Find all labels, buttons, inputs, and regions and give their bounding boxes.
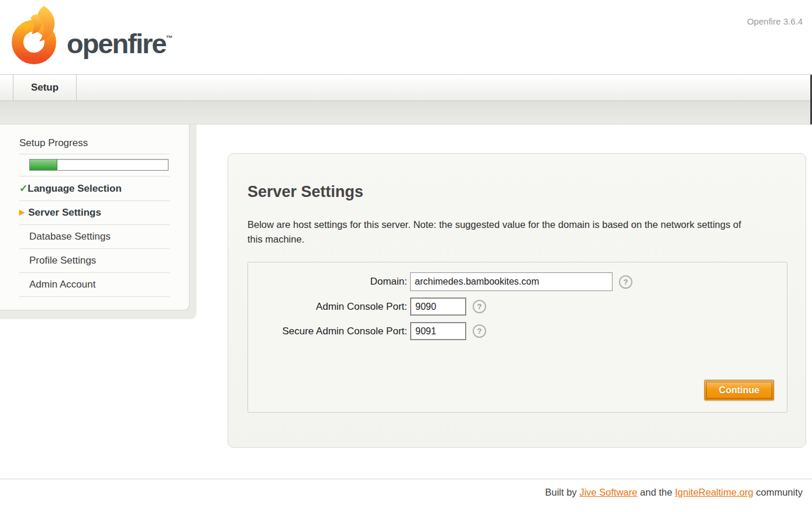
step-label: Server Settings (28, 207, 101, 218)
form-row-domain: Domain: ? (248, 272, 787, 291)
secure-port-input[interactable] (410, 322, 466, 340)
trademark-symbol: ™ (166, 34, 173, 42)
step-label: Admin Account (29, 279, 95, 290)
secure-port-label: Secure Admin Console Port: (248, 326, 407, 337)
step-label: Language Selection (27, 183, 122, 194)
form-row-secure-port: Secure Admin Console Port: ? (248, 322, 787, 340)
form-row-admin-port: Admin Console Port: ? (248, 297, 787, 316)
main-panel: Server Settings Below are host settings … (228, 153, 806, 448)
step-label: Profile Settings (29, 255, 96, 266)
progress-row (19, 154, 170, 177)
sidebar-title: Setup Progress (19, 137, 170, 154)
openfire-logo: openfire™ (11, 5, 173, 65)
tab-setup[interactable]: Setup (13, 75, 77, 101)
setup-steps-list: ✓Language Selection ▶Server Settings Dat… (19, 177, 170, 297)
version-label: Openfire 3.6.4 (747, 16, 803, 26)
admin-port-input[interactable] (410, 297, 466, 316)
checkmark-icon: ✓ (19, 183, 27, 194)
jive-software-link[interactable]: Jive Software (579, 487, 637, 497)
step-label: Database Settings (29, 231, 111, 242)
content-area: Setup Progress ✓Language Selection ▶Serv… (0, 124, 812, 512)
help-icon[interactable]: ? (473, 324, 486, 338)
footer-text-suffix: community (756, 487, 803, 497)
header: openfire™ Openfire 3.6.4 (0, 0, 812, 74)
progress-fill (30, 160, 57, 170)
setup-progress-sidebar: Setup Progress ✓Language Selection ▶Serv… (0, 124, 190, 310)
footer-text-prefix: Built by (545, 487, 577, 497)
sidebar-item-server-settings: ▶Server Settings (19, 201, 170, 225)
current-step-arrow-icon: ▶ (19, 208, 25, 216)
sidebar-item-profile-settings: Profile Settings (19, 249, 170, 273)
subnav-band (0, 101, 812, 124)
sidebar-item-admin-account: Admin Account (19, 273, 170, 297)
sidebar-item-database-settings: Database Settings (19, 225, 170, 249)
help-icon[interactable]: ? (473, 300, 486, 313)
tab-bar: Setup (0, 74, 812, 101)
flame-icon (11, 5, 60, 65)
footer-text-middle: and the (640, 487, 672, 497)
igniterealtime-link[interactable]: IgniteRealtime.org (675, 487, 753, 497)
page-description: Below are host settings for this server.… (247, 217, 755, 247)
domain-input[interactable] (410, 272, 613, 291)
admin-port-label: Admin Console Port: (248, 301, 407, 313)
footer: Built by Jive Software and the IgniteRea… (0, 479, 812, 498)
page: openfire™ Openfire 3.6.4 Setup Setup Pro… (0, 0, 812, 512)
brand-wordmark: openfire™ (67, 27, 173, 60)
domain-label: Domain: (248, 276, 407, 288)
progress-bar (29, 159, 168, 171)
server-settings-form: Domain: ? Admin Console Port: ? Secure A… (247, 262, 787, 413)
help-icon[interactable]: ? (619, 275, 632, 289)
page-title: Server Settings (247, 183, 787, 201)
sidebar-item-language-selection: ✓Language Selection (19, 177, 170, 201)
continue-button[interactable]: Continue (704, 380, 774, 400)
